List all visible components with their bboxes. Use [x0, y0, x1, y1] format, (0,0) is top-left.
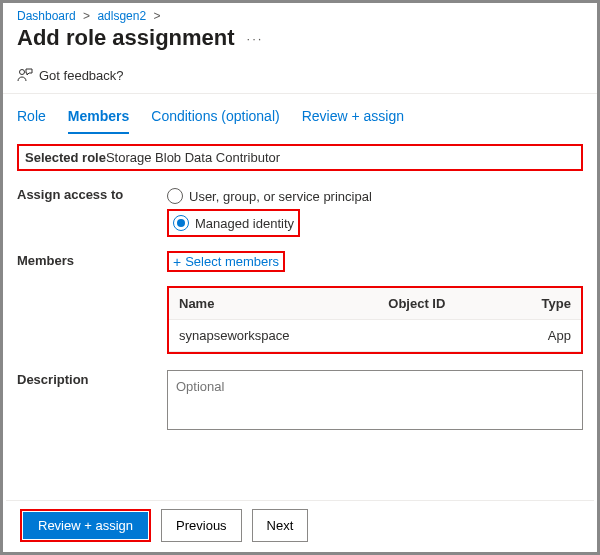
cell-name: synapseworkspace	[169, 320, 378, 352]
col-name: Name	[169, 288, 378, 320]
col-object-id: Object ID	[378, 288, 502, 320]
feedback-label: Got feedback?	[39, 68, 124, 83]
selected-role-row: Selected role Storage Blob Data Contribu…	[17, 144, 583, 171]
tab-review-assign[interactable]: Review + assign	[302, 104, 404, 134]
select-members-label: Select members	[185, 254, 279, 269]
select-members-link[interactable]: + Select members	[173, 254, 279, 269]
person-feedback-icon	[17, 67, 33, 83]
cell-type: App	[502, 320, 581, 352]
selected-role-value: Storage Blob Data Contributor	[106, 150, 280, 165]
radio-user-group-sp[interactable]: User, group, or service principal	[167, 185, 372, 207]
radio-icon	[173, 215, 189, 231]
tab-members[interactable]: Members	[68, 104, 129, 134]
cell-object-id	[378, 320, 502, 352]
previous-button[interactable]: Previous	[161, 509, 242, 542]
radio-label: Managed identity	[195, 216, 294, 231]
tab-role[interactable]: Role	[17, 104, 46, 134]
selected-role-label: Selected role	[25, 150, 106, 165]
feedback-link[interactable]: Got feedback?	[3, 59, 597, 93]
members-label: Members	[17, 251, 167, 268]
radio-managed-identity[interactable]: Managed identity	[173, 212, 294, 234]
breadcrumb-item-dashboard[interactable]: Dashboard	[17, 9, 76, 23]
next-button[interactable]: Next	[252, 509, 309, 542]
review-assign-button[interactable]: Review + assign	[23, 512, 148, 539]
breadcrumb: Dashboard > adlsgen2 >	[3, 3, 597, 23]
breadcrumb-item-resource[interactable]: adlsgen2	[97, 9, 146, 23]
members-table: Name Object ID Type synapseworkspace App	[167, 286, 583, 354]
radio-icon	[167, 188, 183, 204]
tab-bar: Role Members Conditions (optional) Revie…	[3, 94, 597, 134]
col-type: Type	[502, 288, 581, 320]
more-options-icon[interactable]: ···	[247, 31, 264, 46]
table-header-row: Name Object ID Type	[169, 288, 581, 320]
tab-conditions[interactable]: Conditions (optional)	[151, 104, 279, 134]
assign-access-radio-group: User, group, or service principal Manage…	[167, 185, 372, 237]
description-input[interactable]	[167, 370, 583, 430]
page-title: Add role assignment	[17, 25, 235, 51]
assign-access-label: Assign access to	[17, 185, 167, 202]
chevron-right-icon: >	[153, 9, 160, 23]
description-label: Description	[17, 370, 167, 387]
plus-icon: +	[173, 255, 181, 269]
chevron-right-icon: >	[83, 9, 90, 23]
svg-point-0	[20, 70, 25, 75]
radio-label: User, group, or service principal	[189, 189, 372, 204]
table-row[interactable]: synapseworkspace App	[169, 320, 581, 352]
footer-bar: Review + assign Previous Next	[6, 500, 594, 552]
